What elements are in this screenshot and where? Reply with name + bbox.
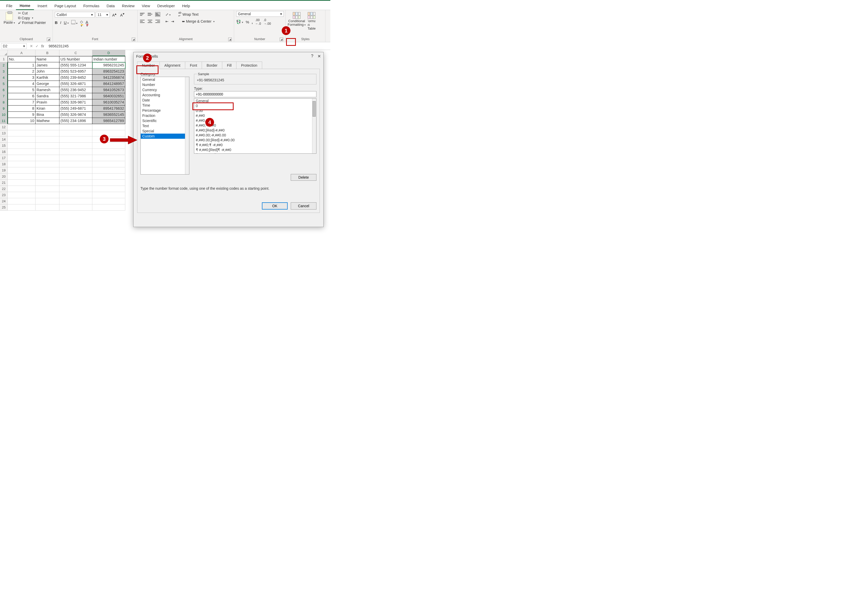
cell[interactable]: (555) 326-9871 xyxy=(60,99,92,106)
cell[interactable] xyxy=(36,130,60,136)
conditional-formatting-button[interactable]: Conditional Formatting xyxy=(287,12,305,30)
tab-review[interactable]: Review xyxy=(118,2,138,9)
alignment-launcher-icon[interactable]: ◢ xyxy=(228,37,232,41)
row-header[interactable]: 13 xyxy=(0,130,8,136)
cell[interactable]: 9840032651 xyxy=(92,93,125,99)
cell[interactable]: 8963254123 xyxy=(92,69,125,75)
row-header[interactable]: 6 xyxy=(0,87,8,93)
cell[interactable]: 3 xyxy=(8,75,36,81)
cell[interactable]: 8641248957 xyxy=(92,81,125,87)
cell[interactable] xyxy=(8,143,36,149)
column-header[interactable]: A xyxy=(8,50,36,56)
cell[interactable]: Ramesh xyxy=(36,87,60,93)
number-launcher-icon[interactable]: ◢ xyxy=(280,37,283,41)
cell[interactable]: George xyxy=(36,81,60,87)
cell[interactable] xyxy=(92,186,125,192)
tab-page-layout[interactable]: Page Layout xyxy=(51,2,79,9)
cell[interactable]: (555) 236-9452 xyxy=(60,87,92,93)
row-header[interactable]: 22 xyxy=(0,186,8,192)
format-item[interactable]: ₹ #,##0.00;₹ -#,##0.00 xyxy=(194,152,316,154)
row-header[interactable]: 23 xyxy=(0,192,8,198)
cell[interactable] xyxy=(60,130,92,136)
decrease-indent-icon[interactable]: ⇤ xyxy=(165,19,168,24)
cell[interactable] xyxy=(8,149,36,155)
dialog-tab-number[interactable]: Number xyxy=(137,61,160,69)
row-header[interactable]: 25 xyxy=(0,204,8,210)
cell[interactable] xyxy=(8,173,36,180)
cell[interactable]: Sandra xyxy=(36,93,60,99)
comma-button[interactable]: , xyxy=(252,20,253,24)
cell[interactable]: 8 xyxy=(8,106,36,112)
tab-home[interactable]: Home xyxy=(16,2,34,10)
cell[interactable]: 9836552145 xyxy=(92,112,125,118)
format-item[interactable]: General xyxy=(194,98,316,103)
format-item[interactable]: 0.00 xyxy=(194,108,316,113)
row-header[interactable]: 8 xyxy=(0,99,8,106)
ok-button[interactable]: OK xyxy=(262,202,287,210)
merge-center-button[interactable]: ⬌ Merge & Center xyxy=(182,19,214,24)
underline-button[interactable]: U xyxy=(64,20,69,25)
insert-function-icon[interactable]: fx xyxy=(41,44,44,48)
cell[interactable]: 10 xyxy=(8,118,36,124)
cell[interactable]: 5 xyxy=(8,87,36,93)
cell[interactable] xyxy=(92,130,125,136)
wrap-text-button[interactable]: ab↵Wrap Text xyxy=(178,11,199,18)
cell[interactable] xyxy=(8,155,36,161)
fill-color-button[interactable]: ◇ xyxy=(80,19,83,25)
cell[interactable] xyxy=(60,149,92,155)
name-box[interactable]: D2▾ xyxy=(1,43,27,49)
cell[interactable]: (555) 523-6957 xyxy=(60,69,92,75)
cell[interactable] xyxy=(36,155,60,161)
copy-button[interactable]: Copy xyxy=(18,16,46,20)
percent-button[interactable]: % xyxy=(246,20,249,24)
cell[interactable]: (555) 249-6871 xyxy=(60,106,92,112)
cell[interactable]: 9412356874 xyxy=(92,75,125,81)
cell[interactable]: No. xyxy=(8,56,36,62)
dialog-tab-border[interactable]: Border xyxy=(202,61,222,69)
decrease-decimal-icon[interactable]: .0→.00 xyxy=(264,18,271,25)
dialog-tab-fill[interactable]: Fill xyxy=(222,61,237,69)
cell[interactable]: 9841052673 xyxy=(92,87,125,93)
dialog-close-icon[interactable]: ✕ xyxy=(317,54,321,59)
cell[interactable] xyxy=(36,192,60,198)
format-item[interactable]: ₹ #,##0;[Red]₹ -#,##0 xyxy=(194,148,316,152)
cell[interactable] xyxy=(60,167,92,173)
align-center-icon[interactable] xyxy=(147,19,153,24)
cell[interactable] xyxy=(36,204,60,210)
cell[interactable] xyxy=(60,204,92,210)
row-header[interactable]: 17 xyxy=(0,155,8,161)
cell[interactable]: 6 xyxy=(8,93,36,99)
formula-bar[interactable]: 9856231245 xyxy=(46,43,330,49)
cell[interactable] xyxy=(36,186,60,192)
cell[interactable] xyxy=(8,192,36,198)
category-item[interactable]: Text xyxy=(141,123,189,128)
row-header[interactable]: 21 xyxy=(0,180,8,186)
row-header[interactable]: 12 xyxy=(0,124,8,130)
cell[interactable]: 9 xyxy=(8,112,36,118)
cell[interactable] xyxy=(60,136,92,143)
cell[interactable]: 9856231245 xyxy=(92,62,125,69)
cell[interactable] xyxy=(60,180,92,186)
cell[interactable] xyxy=(92,161,125,167)
decrease-font-icon[interactable]: A▾ xyxy=(119,11,126,18)
cell[interactable] xyxy=(36,173,60,180)
tab-view[interactable]: View xyxy=(138,2,153,9)
select-all-corner[interactable] xyxy=(0,50,8,56)
row-header[interactable]: 10 xyxy=(0,112,8,118)
cell[interactable]: (555) 321-7986 xyxy=(60,93,92,99)
cell[interactable]: 9865412789 xyxy=(92,118,125,124)
cell[interactable] xyxy=(8,161,36,167)
font-launcher-icon[interactable]: ◢ xyxy=(132,37,136,41)
accounting-format-button[interactable]: 💱 xyxy=(236,19,243,24)
tab-data[interactable]: Data xyxy=(103,2,118,9)
cell[interactable]: (555) 239-8452 xyxy=(60,75,92,81)
tab-insert[interactable]: Insert xyxy=(34,2,51,9)
cancel-formula-icon[interactable]: ✕ xyxy=(30,44,33,48)
cell[interactable]: (555) 555-1234 xyxy=(60,62,92,69)
category-item[interactable]: Special xyxy=(141,128,189,134)
column-header[interactable]: D xyxy=(92,50,125,56)
font-color-button[interactable]: A xyxy=(86,20,88,25)
dialog-tab-font[interactable]: Font xyxy=(185,61,202,69)
cut-button[interactable]: Cut xyxy=(18,11,46,15)
clipboard-launcher-icon[interactable]: ◢ xyxy=(47,37,51,41)
